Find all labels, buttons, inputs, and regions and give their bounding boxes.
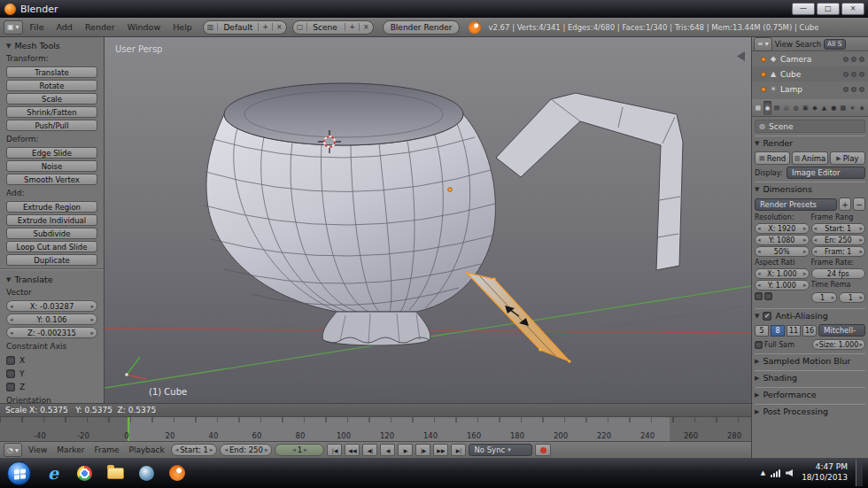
- aa-samples-5-button[interactable]: 5: [755, 325, 769, 337]
- scale-button[interactable]: Scale: [6, 93, 97, 105]
- viewport-3d[interactable]: User Persp (1) Cube: [105, 37, 751, 403]
- fps-select[interactable]: 24 fps: [811, 268, 866, 279]
- loop-cut-button[interactable]: Loop Cut and Slide: [6, 241, 97, 252]
- render-animation-button[interactable]: ▥ Anima: [792, 151, 827, 165]
- menu-help[interactable]: Help: [167, 22, 198, 32]
- smooth-vertex-button[interactable]: Smooth Vertex: [6, 174, 97, 185]
- delete-layout-button[interactable]: ×: [272, 23, 286, 31]
- outliner-editor-type-button[interactable]: ≡ ▾: [754, 37, 772, 51]
- visibility-icon[interactable]: [843, 57, 849, 62]
- frame-step-field[interactable]: ◂ Fram: 1 ▸: [811, 246, 866, 257]
- editor-type-button[interactable]: ▣ ▾: [4, 20, 23, 35]
- operator-panel-header[interactable]: ▼ Translate: [6, 273, 97, 286]
- resolution-y-field[interactable]: ◂ Y: 1080 ▸: [755, 235, 810, 245]
- aspect-y-field[interactable]: ◂ Y: 1.000 ▸: [755, 280, 810, 290]
- post-processing-panel-header[interactable]: ▶ Post Processing: [755, 404, 865, 418]
- render-layers-tab-icon[interactable]: ▤: [772, 101, 781, 115]
- menu-window[interactable]: Window: [122, 22, 166, 32]
- tray-expand-icon[interactable]: ▲: [761, 469, 765, 476]
- decrement-arrow-icon[interactable]: ◂: [292, 446, 296, 453]
- render-tab-icon[interactable]: ◉: [763, 101, 772, 115]
- time-remap-new-field[interactable]: 1 ▸: [839, 292, 865, 303]
- increment-arrow-icon[interactable]: ▸: [90, 303, 94, 310]
- translate-button[interactable]: Translate: [6, 66, 97, 78]
- physics-tab-icon[interactable]: ◈: [857, 101, 866, 115]
- menu-render[interactable]: Render: [80, 22, 120, 32]
- resolution-percent-field[interactable]: ◂ 50% ▸: [755, 246, 810, 257]
- increment-arrow-icon[interactable]: ▸: [90, 316, 94, 323]
- increment-arrow-icon[interactable]: ▸: [859, 236, 863, 244]
- start-button[interactable]: [7, 461, 31, 485]
- decrement-arrow-icon[interactable]: ◂: [10, 303, 13, 310]
- aspect-x-field[interactable]: ◂ X: 1.000 ▸: [755, 268, 810, 279]
- sync-mode-select[interactable]: No Sync ▾: [469, 444, 532, 456]
- resolution-x-field[interactable]: ◂ X: 1920 ▸: [755, 223, 810, 234]
- outliner-menu-search[interactable]: Search: [795, 40, 821, 49]
- full-sample-checkbox[interactable]: [755, 341, 763, 349]
- increment-arrow-icon[interactable]: ▸: [803, 248, 807, 255]
- explorer-button[interactable]: [101, 461, 129, 485]
- add-preset-button[interactable]: +: [839, 198, 851, 211]
- object-tab-icon[interactable]: ▣: [801, 101, 810, 115]
- viewport-canvas[interactable]: User Persp (1) Cube: [105, 37, 751, 403]
- increment-arrow-icon[interactable]: ▸: [859, 225, 863, 232]
- vector-x-field[interactable]: ◂ X: -0.03287 ▸: [6, 300, 97, 312]
- network-icon[interactable]: [771, 469, 780, 477]
- outliner-filter-select[interactable]: All S: [824, 39, 845, 50]
- layout-name[interactable]: Default: [218, 23, 258, 32]
- menu-file[interactable]: File: [25, 22, 50, 32]
- scene-name[interactable]: Scene: [307, 23, 345, 32]
- minimize-button[interactable]: —: [792, 3, 815, 15]
- frame-end-prop-field[interactable]: ◂ En: 250 ▸: [811, 235, 866, 245]
- increment-arrow-icon[interactable]: ▸: [265, 446, 268, 453]
- constraint-z-checkbox[interactable]: [6, 383, 15, 391]
- motion-blur-panel-header[interactable]: ▶ Sampled Motion Blur: [755, 353, 865, 368]
- aa-samples-8-button[interactable]: 8: [771, 325, 785, 337]
- increment-arrow-icon[interactable]: ▸: [803, 225, 807, 232]
- texture-tab-icon[interactable]: ∗: [849, 101, 857, 115]
- increment-arrow-icon[interactable]: ▸: [859, 341, 863, 348]
- show-desktop-button[interactable]: [856, 460, 863, 486]
- renderability-icon[interactable]: [859, 87, 864, 92]
- timeline-menu-marker[interactable]: Marker: [53, 445, 88, 454]
- remove-preset-button[interactable]: −: [853, 198, 865, 211]
- mesh-tools-panel-header[interactable]: ▼ Mesh Tools: [6, 39, 97, 52]
- edge-slide-button[interactable]: Edge Slide: [6, 147, 97, 159]
- render-panel-header[interactable]: ▼ Render: [755, 136, 865, 150]
- visibility-icon[interactable]: [843, 72, 849, 77]
- frame-forward-button[interactable]: |▶: [415, 444, 430, 456]
- frame-back-button[interactable]: ◀: [380, 444, 395, 456]
- next-keyframe-button[interactable]: ▶▶: [433, 444, 448, 456]
- timeline-menu-playback[interactable]: Playback: [126, 445, 168, 454]
- outliner-item-lamp[interactable]: ☀ Lamp: [752, 81, 868, 97]
- internet-explorer-button[interactable]: e: [39, 461, 67, 485]
- aa-samples-16-button[interactable]: 16: [802, 325, 817, 337]
- rotate-button[interactable]: Rotate: [6, 80, 97, 91]
- antialiasing-checkbox[interactable]: ✓: [763, 312, 771, 321]
- jump-to-end-button[interactable]: ▶|: [451, 444, 466, 456]
- vector-z-field[interactable]: ◂ Z: -0.002315 ▸: [6, 327, 97, 338]
- render-image-button[interactable]: ▤ Rend: [755, 151, 790, 165]
- dimensions-panel-header[interactable]: ▼ Dimensions: [755, 182, 865, 196]
- menu-add[interactable]: Add: [50, 22, 77, 32]
- decrement-arrow-icon[interactable]: ◂: [10, 329, 13, 337]
- blender-taskbar-button[interactable]: [163, 461, 191, 485]
- material-tab-icon[interactable]: ▩: [839, 101, 848, 115]
- increment-arrow-icon[interactable]: ▸: [210, 446, 213, 453]
- aa-samples-11-button[interactable]: 11: [787, 325, 801, 337]
- play-rendered-button[interactable]: ▶ Play: [830, 151, 865, 165]
- extrude-individual-button[interactable]: Extrude Individual: [6, 214, 97, 226]
- volume-icon[interactable]: [786, 469, 793, 476]
- increment-arrow-icon[interactable]: ▸: [803, 236, 807, 244]
- visibility-icon[interactable]: [843, 87, 849, 92]
- taskbar-clock[interactable]: 4:47 PM 18/10/2013: [802, 462, 848, 483]
- selectability-icon[interactable]: [851, 87, 856, 92]
- increment-arrow-icon[interactable]: ▸: [803, 270, 807, 277]
- scene-browse-icon[interactable]: ▢: [293, 23, 308, 31]
- antialiasing-panel-header[interactable]: ▼ ✓ Anti-Aliasing: [755, 308, 865, 322]
- properties-editor-icon[interactable]: ▦: [754, 101, 763, 115]
- shrink-fatten-button[interactable]: Shrink/Fatten: [6, 106, 97, 118]
- prev-keyframe-button[interactable]: ◀◀: [345, 444, 360, 456]
- duplicate-button[interactable]: Duplicate: [6, 254, 97, 266]
- constraint-y-checkbox[interactable]: [6, 369, 15, 378]
